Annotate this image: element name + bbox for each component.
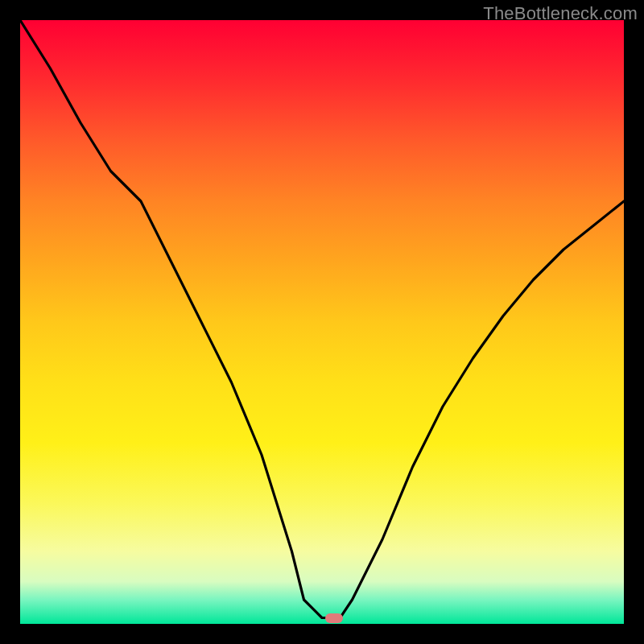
plot-area <box>20 20 624 624</box>
optimal-point-marker <box>325 613 343 623</box>
bottleneck-curve <box>20 20 624 624</box>
watermark-text: TheBottleneck.com <box>483 3 638 24</box>
chart-frame: TheBottleneck.com <box>0 0 644 644</box>
